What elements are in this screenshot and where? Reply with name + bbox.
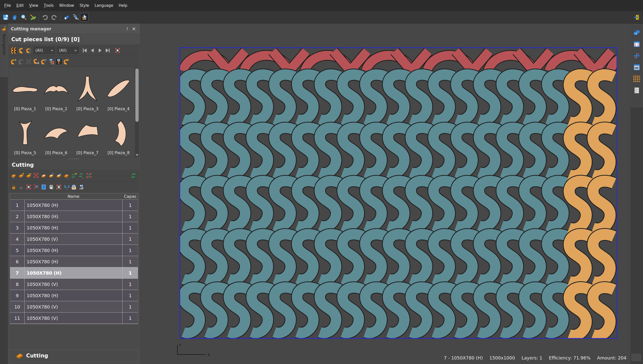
- piece-hide-icon[interactable]: [48, 58, 55, 65]
- navigator-tab[interactable]: Navigator: [1, 25, 8, 77]
- filter-dropdown-2[interactable]: (All): [57, 47, 78, 54]
- focus-piece-icon[interactable]: [114, 47, 121, 54]
- redo-icon[interactable]: [50, 13, 58, 22]
- piece-diameter-icon[interactable]: Ø: [25, 58, 32, 65]
- piece-single-icon[interactable]: [18, 47, 25, 54]
- menu-help[interactable]: Help: [116, 0, 130, 11]
- move-origin-icon[interactable]: [632, 51, 641, 60]
- menu-tools[interactable]: Tools: [41, 0, 57, 11]
- piece-add-icon[interactable]: +: [10, 58, 17, 65]
- piece-thumbnail[interactable]: [0] Pieza_1: [10, 68, 41, 112]
- filter-dropdown-1[interactable]: (All): [34, 47, 55, 54]
- measure-icon[interactable]: [28, 13, 37, 22]
- pieces-grid-icon[interactable]: [10, 47, 17, 54]
- window-barcode-icon[interactable]: [632, 63, 641, 72]
- board-dots-icon[interactable]: ...: [63, 172, 70, 179]
- piece-refresh-icon[interactable]: [40, 58, 47, 65]
- board-blue-plus-icon[interactable]: +: [48, 172, 55, 179]
- recycle-brackets-icon[interactable]: [85, 172, 92, 179]
- piece-delete-icon[interactable]: [63, 58, 70, 65]
- eye-bars-icon[interactable]: [78, 184, 85, 191]
- pieces-filter-toolbar: (All) (All): [8, 45, 140, 56]
- recycle-dots-icon[interactable]: ...: [78, 172, 85, 179]
- undo-icon[interactable]: [41, 13, 49, 22]
- board-minus-icon[interactable]: [25, 172, 32, 179]
- row-name: 1050X780 (V): [25, 301, 122, 312]
- pan-icon[interactable]: [10, 13, 19, 22]
- piece-thumbnail[interactable]: [0] Pieza_8: [103, 112, 134, 156]
- focus-piece-icon[interactable]: [25, 184, 32, 191]
- menu-language[interactable]: Language: [92, 0, 116, 11]
- piece-quantity-icon[interactable]: [33, 58, 40, 65]
- table-row[interactable]: 6 1050X780 (H) 1: [10, 256, 138, 267]
- piece-thumbnail[interactable]: [0] Pieza_6: [41, 112, 72, 156]
- printer-icon[interactable]: [48, 184, 55, 191]
- table-row[interactable]: 9 1050X780 (H) 1: [10, 290, 138, 301]
- piece-thumbnail[interactable]: [0] Pieza_4: [103, 68, 134, 112]
- board-stripe-icon[interactable]: [40, 172, 47, 179]
- scrollbar-down-arrow[interactable]: [136, 154, 139, 156]
- add-points-icon[interactable]: [71, 13, 80, 22]
- table-row[interactable]: 11 1050X780 (V) 1: [10, 313, 138, 324]
- table-row[interactable]: 2 1050X780 (H) 1: [10, 211, 138, 222]
- check-list-icon[interactable]: ✓✓: [632, 86, 641, 95]
- nesting-canvas[interactable]: Y X 7 - 1050X780 (H)1500x1000Layers: 1Ef…: [140, 24, 630, 364]
- pieces-scrollbar[interactable]: [135, 68, 139, 157]
- row-name: 1050X780 (V): [25, 313, 122, 324]
- select-pieces-icon[interactable]: [80, 13, 89, 22]
- menu-file[interactable]: File: [2, 0, 14, 11]
- piece-label: [0] Pieza_4: [108, 106, 130, 111]
- save-icon[interactable]: [1, 13, 10, 22]
- chevron-down-icon: [51, 50, 53, 51]
- dots-grid-icon[interactable]: [632, 75, 641, 83]
- nav-next-icon[interactable]: [96, 47, 103, 54]
- menu-style[interactable]: Style: [77, 0, 92, 11]
- delete-brackets-icon[interactable]: [33, 172, 40, 179]
- nav-prev-icon[interactable]: [89, 47, 96, 54]
- panel-title-bar[interactable]: Cutting manager: [8, 24, 140, 34]
- eraser-icon[interactable]: ...: [62, 13, 71, 22]
- eye-gloves-icon[interactable]: [70, 184, 77, 191]
- menu-window[interactable]: Window: [57, 0, 77, 11]
- piece-thumbnail[interactable]: [0] Pieza_7: [72, 112, 103, 156]
- board-blue-left-icon[interactable]: [55, 172, 62, 179]
- board-undo-icon[interactable]: [10, 172, 17, 179]
- nest-layout[interactable]: [140, 24, 630, 364]
- piece-lines-icon[interactable]: [25, 47, 32, 54]
- scissors-icon[interactable]: [33, 184, 40, 191]
- piece-thumbnail[interactable]: [0] Pieza_2: [41, 68, 72, 112]
- nav-last-icon[interactable]: [104, 47, 111, 54]
- table-row[interactable]: 8 1050X780 (V) 1: [10, 279, 138, 290]
- zoom-icon[interactable]: [19, 13, 28, 22]
- printer-brackets-icon[interactable]: [55, 184, 62, 191]
- table-row[interactable]: 5 1050X780 (H) 1: [10, 245, 138, 256]
- one-two-icon[interactable]: 1.2...: [63, 184, 70, 191]
- exit-door-icon[interactable]: [632, 13, 641, 22]
- panel-splitter[interactable]: ••••••: [8, 157, 140, 160]
- menu-view[interactable]: View: [26, 0, 41, 11]
- recycle-icon[interactable]: [130, 172, 137, 179]
- table-row[interactable]: 10 1050X780 (V) 1: [10, 301, 138, 313]
- piece-thumbnail[interactable]: [0] Pieza_5: [10, 112, 41, 156]
- close-icon[interactable]: [131, 26, 137, 32]
- piece-remove-icon[interactable]: [18, 58, 25, 65]
- menu-edit[interactable]: Edit: [14, 0, 26, 11]
- windows-cascade-icon[interactable]: [632, 28, 641, 37]
- lock-icon[interactable]: [10, 184, 17, 191]
- scrollbar-thumb[interactable]: [135, 69, 139, 122]
- piece-labels-icon[interactable]: T: [55, 58, 62, 65]
- blue-square-icon[interactable]: [40, 184, 47, 191]
- nav-first-icon[interactable]: [81, 47, 88, 54]
- recycle-plus-icon[interactable]: +: [70, 172, 77, 179]
- table-row[interactable]: 1 1050X780 (H) 1: [10, 200, 138, 211]
- unlock-icon[interactable]: [18, 184, 25, 191]
- table-row[interactable]: 4 1050X780 (V) 1: [10, 233, 138, 245]
- cut-pieces-list: [0] Pieza_1 [0] Pieza_2 [0] Pieza_3 [0] …: [8, 67, 140, 157]
- table-row[interactable]: 3 1050X780 (H) 1: [10, 222, 138, 233]
- piece-thumbnail[interactable]: [0] Pieza_3: [72, 68, 103, 112]
- window-maximize-icon[interactable]: [632, 40, 641, 48]
- board-plus-icon[interactable]: +: [18, 172, 25, 179]
- table-row[interactable]: 7 1050X780 (H) 1: [10, 267, 138, 279]
- cutting-bottom-tab[interactable]: Cutting: [9, 350, 139, 362]
- pin-icon[interactable]: [124, 26, 131, 32]
